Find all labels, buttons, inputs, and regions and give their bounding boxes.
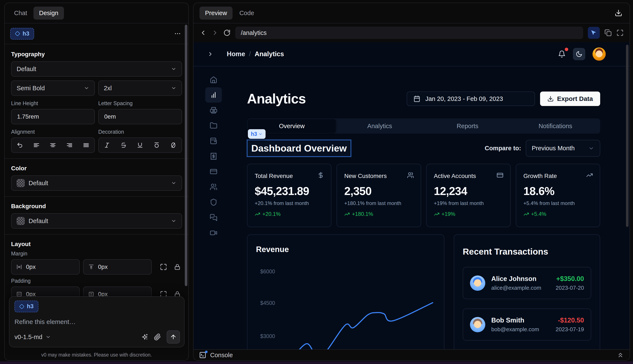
metric-subtext: +19% from last month [434, 200, 503, 206]
letter-spacing-input[interactable]: 0em [98, 109, 182, 124]
font-size-select[interactable]: 2xl [98, 80, 182, 96]
metric-title: Active Accounts [434, 173, 503, 180]
sidebar-item-cards[interactable] [205, 164, 222, 179]
export-label: Export Data [557, 95, 593, 102]
selected-heading[interactable]: Dashboard Overview [247, 140, 351, 157]
metric-trend: +19% [442, 211, 456, 217]
tab-notifications[interactable]: Notifications [512, 119, 599, 133]
overline-icon[interactable] [153, 142, 160, 148]
trending-up-icon [344, 212, 350, 217]
preview-scrollbar[interactable] [626, 45, 628, 227]
align-right-icon[interactable] [66, 142, 73, 148]
inspected-element-tag[interactable]: h3 [248, 129, 266, 139]
download-icon [547, 96, 554, 102]
copy-icon[interactable] [604, 29, 612, 36]
sidebar-toggle-icon[interactable] [207, 51, 214, 57]
sidebar-item-analytics[interactable] [205, 87, 222, 102]
sidebar-item-receipts[interactable] [205, 148, 222, 164]
theme-toggle-button[interactable] [573, 48, 585, 60]
metric-subtext: +5.4% from last month [523, 200, 592, 206]
metric-card-active-accounts[interactable]: Active Accounts 12,234 +19% from last mo… [426, 164, 511, 227]
sidebar-item-home[interactable] [205, 72, 222, 87]
console-bar[interactable]: Console [193, 349, 629, 360]
tab-analytics[interactable]: Analytics [336, 119, 424, 133]
transaction-row[interactable]: Alice Johnson alice@example.com +$350.00… [463, 267, 591, 299]
margin-y-input[interactable]: 0px [83, 259, 152, 274]
align-left-icon[interactable] [33, 142, 40, 148]
sidebar-item-customers[interactable] [205, 179, 222, 194]
chat-element-chip[interactable]: h3 [15, 300, 38, 312]
notifications-button[interactable] [558, 50, 566, 58]
inspect-select-button[interactable] [588, 27, 600, 39]
home-icon [210, 76, 218, 84]
breadcrumb: Home / Analytics [227, 50, 284, 58]
margin-horizontal-icon [16, 264, 22, 270]
font-weight-select[interactable]: Semi Bold [11, 80, 95, 96]
metric-trend: +5.4% [531, 211, 546, 217]
download-button[interactable] [613, 8, 624, 18]
sidebar-item-messages[interactable] [205, 210, 222, 225]
transaction-amount: +$350.00 [556, 275, 584, 283]
sidebar-item-security[interactable] [205, 194, 222, 210]
user-avatar[interactable] [592, 48, 606, 61]
date-range-picker[interactable]: Jan 20, 2023 - Feb 09, 2023 [407, 92, 535, 106]
undo-icon[interactable] [17, 142, 23, 148]
refresh-icon[interactable] [223, 29, 231, 36]
forward-icon[interactable] [212, 29, 219, 36]
element-menu-button[interactable] [172, 28, 183, 39]
sidebar-item-wallet[interactable] [205, 133, 222, 148]
letter-spacing-label: Letter Spacing [98, 100, 182, 106]
send-button[interactable] [167, 330, 180, 344]
browser-toolbar: /analytics [193, 24, 629, 42]
export-data-button[interactable]: Export Data [540, 92, 600, 106]
background-select[interactable]: Default [11, 213, 182, 228]
preview-panel-header: Preview Code [193, 3, 629, 24]
margin-expand-icon[interactable] [160, 263, 167, 270]
align-justify-icon[interactable] [83, 142, 89, 148]
line-height-input[interactable]: 1.75rem [11, 109, 95, 124]
font-family-select[interactable]: Default [11, 61, 182, 77]
metric-card-new-customers[interactable]: New Customers 2,350 +180.1% from last mo… [337, 164, 421, 227]
line-height-value: 1.75rem [17, 113, 39, 120]
tab-chat[interactable]: Chat [10, 6, 31, 20]
transactions-title: Recent Transactions [463, 247, 591, 257]
metric-card-total-revenue[interactable]: Total Revenue $45,231.89 +20.1% from las… [247, 164, 331, 227]
selected-element-chip[interactable]: h3 [10, 28, 34, 40]
calendar-icon [413, 95, 420, 102]
sparkles-icon[interactable] [141, 333, 148, 340]
line-height-label: Line Height [11, 100, 95, 106]
tab-reports[interactable]: Reports [424, 119, 512, 133]
model-selector[interactable]: v0-1.5-md [15, 334, 51, 340]
sidebar-item-invoices[interactable] [205, 102, 222, 118]
back-icon[interactable] [199, 29, 207, 36]
url-input[interactable]: /analytics [235, 26, 583, 39]
dashboard-tabs: Overview Analytics Reports Notifications [247, 118, 600, 134]
fullscreen-icon[interactable] [616, 29, 624, 36]
selected-element-row: h3 [5, 24, 188, 44]
transaction-date: 2023-07-19 [556, 326, 584, 333]
no-decoration-icon[interactable] [170, 142, 176, 148]
margin-x-input[interactable]: 0px [11, 259, 80, 274]
selected-element-label: h3 [23, 30, 30, 37]
metric-card-growth-rate[interactable]: Growth Rate 18.6% +5.4% from last month … [516, 164, 600, 227]
tab-code[interactable]: Code [235, 6, 258, 20]
align-center-icon[interactable] [50, 142, 56, 148]
tab-preview[interactable]: Preview [199, 6, 233, 20]
margin-lock-icon[interactable] [174, 264, 181, 270]
compare-select[interactable]: Previous Month [526, 140, 600, 157]
chevrons-up-icon[interactable] [617, 352, 624, 359]
underline-icon[interactable] [137, 142, 143, 148]
italic-icon[interactable] [104, 142, 110, 148]
sidebar-item-files[interactable] [205, 118, 222, 133]
breadcrumb-home[interactable]: Home [227, 50, 245, 58]
strikethrough-icon[interactable] [120, 142, 127, 148]
sidebar-item-video[interactable] [205, 225, 222, 240]
tab-design[interactable]: Design [34, 6, 64, 20]
left-panel-scrollbar[interactable] [185, 25, 187, 286]
chat-input[interactable]: Refine this element… [15, 318, 179, 326]
color-select[interactable]: Default [11, 176, 182, 191]
design-panel: Chat Design h3 Typography Default Semi B… [4, 2, 189, 361]
font-weight-value: Semi Bold [17, 85, 45, 92]
paperclip-icon[interactable] [154, 333, 161, 340]
transaction-row[interactable]: Bob Smith bob@example.com -$120.50 2023-… [463, 308, 591, 340]
